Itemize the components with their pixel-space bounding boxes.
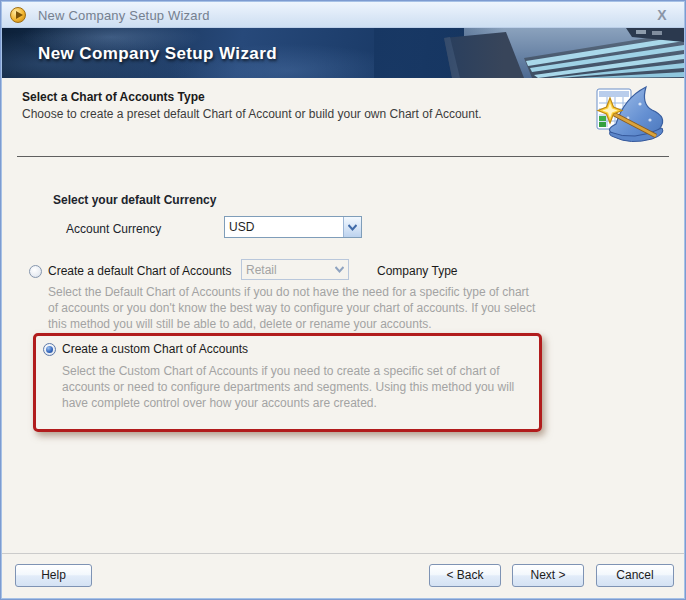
default-chart-description: Select the Default Chart of Accounts if … (48, 284, 540, 332)
divider (17, 156, 669, 157)
app-icon (10, 7, 26, 23)
company-type-value: Retail (242, 263, 330, 277)
window-title: New Company Setup Wizard (38, 8, 210, 23)
footer-divider (2, 553, 684, 554)
close-icon[interactable]: X (653, 6, 671, 24)
custom-chart-description: Select the Custom Chart of Accounts if y… (62, 363, 536, 411)
building-image (374, 28, 684, 78)
page-subtitle: Choose to create a preset default Chart … (22, 107, 482, 121)
banner: New Company Setup Wizard (2, 28, 684, 78)
cancel-button[interactable]: Cancel (596, 564, 674, 587)
default-chart-label[interactable]: Create a default Chart of Accounts (48, 264, 231, 278)
page-title: Select a Chart of Accounts Type (22, 90, 205, 104)
chevron-down-icon (330, 260, 348, 279)
help-button[interactable]: Help (15, 564, 92, 587)
account-currency-value: USD (225, 220, 343, 234)
banner-title: New Company Setup Wizard (38, 28, 277, 78)
radio-custom-chart[interactable] (43, 343, 56, 356)
currency-section-label: Select your default Currency (53, 193, 216, 207)
account-currency-label: Account Currency (66, 222, 161, 236)
wizard-dialog: New Company Setup Wizard X (0, 0, 686, 600)
company-type-select: Retail (241, 259, 349, 280)
next-button[interactable]: Next > (512, 564, 584, 587)
account-currency-select[interactable]: USD (224, 216, 362, 238)
chevron-down-icon[interactable] (343, 217, 361, 237)
custom-chart-label[interactable]: Create a custom Chart of Accounts (62, 342, 248, 356)
back-button[interactable]: < Back (429, 564, 501, 587)
wizard-icon (594, 84, 674, 144)
company-type-label: Company Type (377, 264, 458, 278)
radio-default-chart[interactable] (29, 265, 42, 278)
title-bar[interactable]: New Company Setup Wizard X (2, 2, 684, 28)
